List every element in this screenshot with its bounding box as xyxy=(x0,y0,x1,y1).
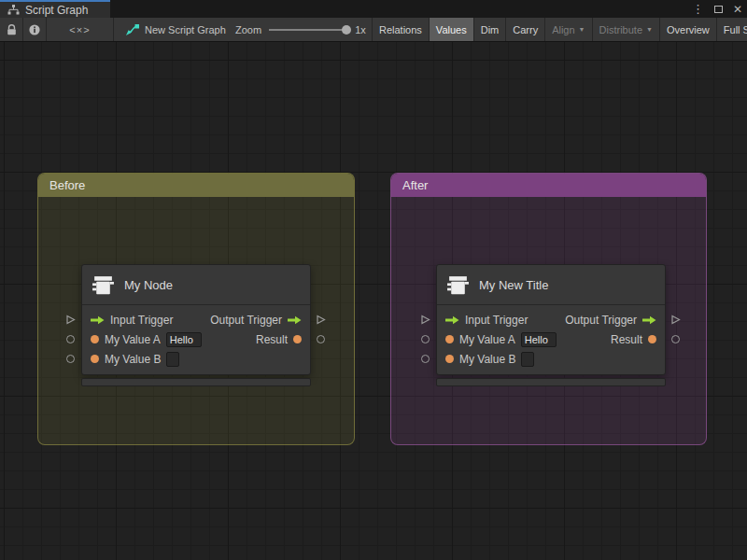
lock-button[interactable] xyxy=(0,18,23,41)
maximize-icon[interactable] xyxy=(714,3,723,16)
close-icon[interactable]: ✕ xyxy=(733,3,742,16)
ext-value-a-port[interactable] xyxy=(421,335,430,343)
node-title: My Node xyxy=(124,278,173,292)
current-graph-label: New Script Graph xyxy=(114,18,235,41)
graph-name: New Script Graph xyxy=(145,24,226,35)
trigger-row: Input Trigger Output Trigger xyxy=(82,310,310,329)
value-a-row: My Value A Result xyxy=(82,329,310,349)
carry-button[interactable]: Carry xyxy=(505,18,544,41)
zoom-label: Zoom xyxy=(235,24,261,35)
overview-button[interactable]: Overview xyxy=(659,18,716,41)
zoom-slider[interactable] xyxy=(269,29,347,31)
value-b-row: My Value B xyxy=(82,349,310,369)
unit-node-icon xyxy=(446,273,470,297)
window-controls: ⋮ ✕ xyxy=(692,0,742,18)
dim-button[interactable]: Dim xyxy=(473,18,506,41)
node-my-new-title[interactable]: My New Title Input Trigger Output Trigge… xyxy=(436,264,666,386)
zoom-level: 1x xyxy=(355,24,366,35)
value-a-port[interactable] xyxy=(445,335,454,343)
relations-button[interactable]: Relations xyxy=(372,18,429,41)
tab-script-graph[interactable]: Script Graph xyxy=(0,0,110,18)
output-trigger-port[interactable] xyxy=(288,315,302,325)
ext-input-trigger-port[interactable] xyxy=(420,315,430,325)
value-a-row: My Value A Result xyxy=(437,329,665,349)
tab-title: Script Graph xyxy=(25,4,88,17)
graph-edge-icon xyxy=(126,24,139,35)
value-b-port[interactable] xyxy=(91,355,99,363)
chevron-down-icon: ▼ xyxy=(646,26,653,33)
graph-toolbar: <×> New Script Graph Zoom 1x Relations V… xyxy=(0,18,747,42)
value-a-field[interactable] xyxy=(166,332,202,347)
hierarchy-icon xyxy=(7,5,20,15)
ext-result-port[interactable] xyxy=(671,335,680,343)
value-b-port[interactable] xyxy=(445,355,454,363)
node-header[interactable]: My New Title xyxy=(437,265,665,305)
node-footer xyxy=(81,378,311,386)
ext-output-trigger-port[interactable] xyxy=(316,315,326,325)
input-trigger-port[interactable] xyxy=(445,315,459,325)
result-port[interactable] xyxy=(648,335,656,343)
value-a-port[interactable] xyxy=(91,335,99,343)
value-b-field[interactable] xyxy=(166,352,179,367)
code-icon: <×> xyxy=(69,24,90,35)
distribute-dropdown[interactable]: Distribute ▼ xyxy=(592,18,659,41)
lock-icon xyxy=(7,24,17,35)
group-before-header[interactable]: Before xyxy=(38,174,354,197)
fullscreen-button[interactable]: Full Screen xyxy=(716,18,747,41)
tab-bar: Script Graph ⋮ ✕ xyxy=(0,0,747,18)
values-button[interactable]: Values xyxy=(429,18,473,41)
ext-value-a-port[interactable] xyxy=(66,335,75,343)
output-trigger-port[interactable] xyxy=(642,315,656,325)
unit-node-icon xyxy=(92,273,115,297)
toolbar-buttons: Relations Values Dim Carry Align ▼ Distr… xyxy=(372,18,747,41)
info-icon xyxy=(29,24,40,35)
group-title: Before xyxy=(49,178,85,192)
ext-value-b-port[interactable] xyxy=(66,355,75,363)
ext-value-b-port[interactable] xyxy=(421,355,430,363)
input-trigger-port[interactable] xyxy=(91,315,105,325)
ext-output-trigger-port[interactable] xyxy=(670,315,681,325)
ext-result-port[interactable] xyxy=(317,335,325,343)
zoom-control: Zoom 1x xyxy=(235,18,372,41)
node-title: My New Title xyxy=(479,278,548,292)
value-b-row: My Value B xyxy=(437,349,665,369)
result-port[interactable] xyxy=(293,335,302,343)
script-graph-window: Script Graph ⋮ ✕ <×> xyxy=(0,0,747,560)
zoom-slider-handle[interactable] xyxy=(342,25,351,35)
node-footer xyxy=(436,378,666,386)
node-header[interactable]: My Node xyxy=(82,265,310,305)
inspect-button[interactable] xyxy=(23,18,47,41)
node-my-node[interactable]: My Node Input Trigger Output Trigger xyxy=(81,264,311,386)
group-title: After xyxy=(402,178,428,192)
chevron-down-icon: ▼ xyxy=(579,26,585,33)
group-after-header[interactable]: After xyxy=(391,174,706,197)
value-b-field[interactable] xyxy=(521,352,534,367)
menu-icon[interactable]: ⋮ xyxy=(692,2,704,16)
trigger-row: Input Trigger Output Trigger xyxy=(437,310,665,329)
code-view-button[interactable]: <×> xyxy=(47,18,114,41)
align-dropdown[interactable]: Align ▼ xyxy=(544,18,591,41)
ext-input-trigger-port[interactable] xyxy=(65,315,76,325)
value-a-field[interactable] xyxy=(521,332,557,347)
graph-canvas[interactable]: Before After My Node xyxy=(0,42,747,560)
